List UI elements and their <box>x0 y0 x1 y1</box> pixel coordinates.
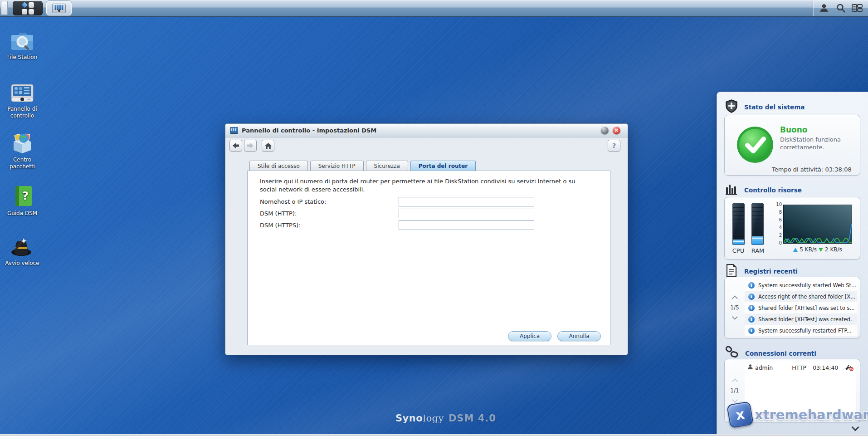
widget-sidebar: Stato del sistema Buono DiskStation funz… <box>717 92 868 436</box>
system-status-header: Stato del sistema <box>725 99 805 115</box>
section-title: Stato del sistema <box>744 103 805 111</box>
tab-servizio-http[interactable]: Servizio HTTP <box>310 161 364 171</box>
desktop-icon-label: Avvio veloce <box>0 260 44 267</box>
folder-search-icon <box>0 26 44 52</box>
info-icon: i <box>748 328 755 334</box>
desktop-icon-label: Guida DSM <box>0 210 44 217</box>
page-up-icon[interactable] <box>732 295 738 301</box>
status-level: Buono <box>780 125 808 134</box>
dsm-http-input[interactable] <box>399 209 534 218</box>
desktop-icon-dsm-help[interactable]: ? Guida DSM <box>0 182 44 217</box>
network-graph-yaxis: 10 8 6 4 2 0 <box>768 202 782 245</box>
dsm-https-label: DSM (HTTPS): <box>260 222 396 229</box>
upload-rate: 5 KB/s <box>800 246 817 253</box>
page-up-icon[interactable] <box>732 378 738 384</box>
info-icon: i <box>748 316 755 323</box>
download-rate: 2 KB/s <box>825 246 842 253</box>
form-row: DSM (HTTP): <box>260 208 396 218</box>
hostname-input[interactable] <box>399 197 534 206</box>
bar-chart-icon <box>725 183 738 197</box>
section-title: Connessioni correnti <box>745 350 816 357</box>
upload-arrow-icon <box>793 248 798 252</box>
desktop-icon-label: Pannello di controllo <box>0 106 44 119</box>
connection-user: admin <box>755 364 773 371</box>
disconnect-icon[interactable] <box>844 364 853 371</box>
control-panel-icon <box>230 127 238 134</box>
status-description: DiskStation funziona correttamente. <box>780 136 855 152</box>
close-button[interactable]: × <box>613 127 620 134</box>
taskbar-right-tray <box>813 0 868 16</box>
desktop-icon-package-center[interactable]: Centro pacchetti <box>0 129 44 170</box>
desktop-icon-control-panel[interactable]: Pannello di controllo <box>0 78 44 119</box>
window-toolbar: ? <box>225 137 628 157</box>
form-row: DSM (HTTPS): <box>260 220 396 230</box>
log-row[interactable]: iSystem successfully restarted FTP... <box>745 325 857 336</box>
window-title: Pannello di controllo - Impostazioni DSM <box>242 127 376 134</box>
uptime-text: Tempo di attività: 03:38:08 <box>772 166 852 173</box>
synology-wordmark: SynologyDSM 4.0 <box>395 413 496 424</box>
cancel-button[interactable]: Annulla <box>557 331 601 341</box>
cpu-meter-fill <box>733 240 744 245</box>
window-titlebar[interactable]: Pannello di controllo - Impostazioni DSM… <box>225 124 628 137</box>
section-title: Registri recenti <box>744 268 798 275</box>
connection-protocol: HTTP <box>792 364 806 371</box>
ram-meter-fill <box>752 236 763 245</box>
show-desktop-button[interactable] <box>1 1 8 15</box>
section-title: Controllo risorse <box>744 186 802 194</box>
forward-button[interactable] <box>244 140 257 152</box>
minimize-button[interactable] <box>601 127 609 134</box>
status-ok-icon <box>736 125 775 164</box>
home-button[interactable] <box>262 140 274 152</box>
settings-tabs: Stile di accesso Servizio HTTP Sicurezza… <box>249 161 476 171</box>
info-icon: i <box>748 294 755 300</box>
control-panel-dsm-settings-window: Pannello di controllo - Impostazioni DSM… <box>225 123 628 355</box>
page-down-icon[interactable] <box>732 397 738 403</box>
log-row[interactable]: iAccess right of the shared folder [X... <box>745 291 857 302</box>
back-button[interactable] <box>229 140 242 152</box>
search-icon[interactable] <box>835 2 847 14</box>
log-list: iSystem successfully started Web St... i… <box>745 279 857 336</box>
system-status-card: Buono DiskStation funziona correttamente… <box>724 115 860 176</box>
connections-page-indicator: 1/1 <box>730 387 739 394</box>
bottom-edge-strip <box>0 434 868 436</box>
package-center-icon <box>0 129 44 154</box>
desktop-icon-label: File Station <box>0 54 44 61</box>
resource-monitor-card: CPU RAM 10 8 6 4 2 0 5 KB/s 2 KB/s <box>724 197 860 260</box>
tab-panel-porta-del-router: Inserire qui il numero di porta del rout… <box>247 171 610 345</box>
log-row[interactable]: iSystem successfully started Web St... <box>745 279 857 291</box>
svg-text:?: ? <box>22 190 29 202</box>
shield-icon <box>725 99 738 115</box>
apply-button[interactable]: Applica <box>508 331 551 341</box>
connection-time: 03:14:40 <box>813 364 838 371</box>
widget-panel-icon[interactable] <box>851 2 863 14</box>
download-arrow-icon <box>819 248 823 252</box>
tab-sicurezza[interactable]: Sicurezza <box>366 161 408 171</box>
user-icon[interactable] <box>818 2 830 14</box>
info-icon: i <box>748 282 755 289</box>
log-row[interactable]: iShared folder [XHTest] was set to s... <box>745 302 857 314</box>
connection-row: admin HTTP 03:14:40 <box>745 362 856 373</box>
xtremehardware-logo-icon: x <box>727 401 754 428</box>
dsm-https-input[interactable] <box>399 220 534 230</box>
resource-monitor-header: Controllo risorse <box>725 183 802 197</box>
recent-logs-card: 1/5 iSystem successfully started Web St.… <box>724 277 860 338</box>
desktop-icon-quick-start[interactable]: Avvio veloce <box>0 232 44 267</box>
desktop-icon-file-station[interactable]: File Station <box>0 26 44 61</box>
tab-porta-del-router[interactable]: Porta del router <box>410 161 476 171</box>
help-button[interactable]: ? <box>608 140 620 152</box>
dsm-http-label: DSM (HTTP): <box>260 210 396 217</box>
main-menu-grid-icon <box>22 2 34 15</box>
xtremehardware-watermark: x xtremehardware.it <box>728 403 868 426</box>
watermark-text: xtremehardware.it <box>755 407 868 422</box>
user-icon <box>747 364 753 371</box>
tab-stile-di-accesso[interactable]: Stile di accesso <box>249 161 308 171</box>
taskbar-app-control-panel[interactable] <box>46 1 72 15</box>
log-row[interactable]: iShared folder [XHTest] was created. <box>745 314 857 325</box>
desktop: File Station Pannello di controllo Centr… <box>0 0 868 436</box>
page-down-icon[interactable] <box>732 314 738 320</box>
help-book-icon: ? <box>0 182 44 208</box>
main-menu-button[interactable] <box>13 1 43 15</box>
logs-page-indicator: 1/5 <box>730 304 739 311</box>
ram-label: RAM <box>744 247 771 254</box>
info-icon: i <box>748 305 755 311</box>
